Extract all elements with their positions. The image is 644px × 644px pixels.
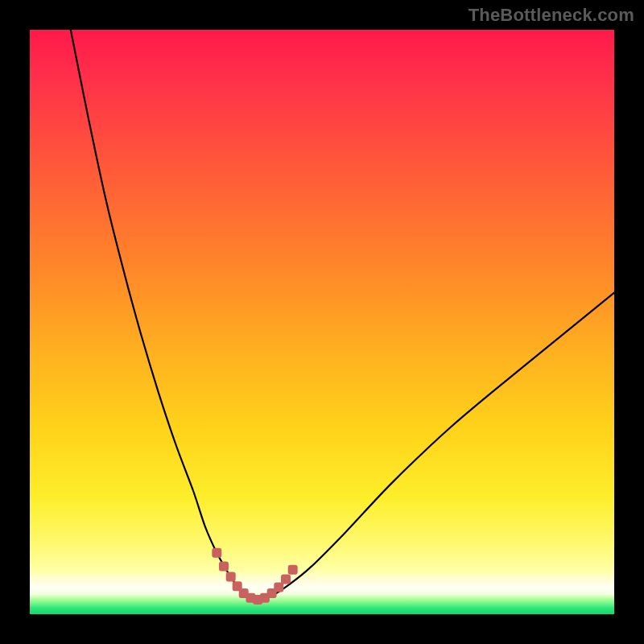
curve-marker (281, 574, 291, 584)
curve-marker (212, 548, 221, 558)
curve-marker (274, 583, 283, 592)
curve-marker (219, 562, 229, 572)
bottleneck-curve (71, 30, 614, 601)
outer-frame: TheBottleneck.com (0, 0, 644, 644)
curve-marker (288, 565, 298, 575)
curve-markers (212, 548, 297, 605)
curve-marker (226, 572, 236, 582)
plot-area (30, 30, 614, 614)
curve-svg (30, 30, 614, 614)
watermark-text: TheBottleneck.com (469, 5, 634, 26)
